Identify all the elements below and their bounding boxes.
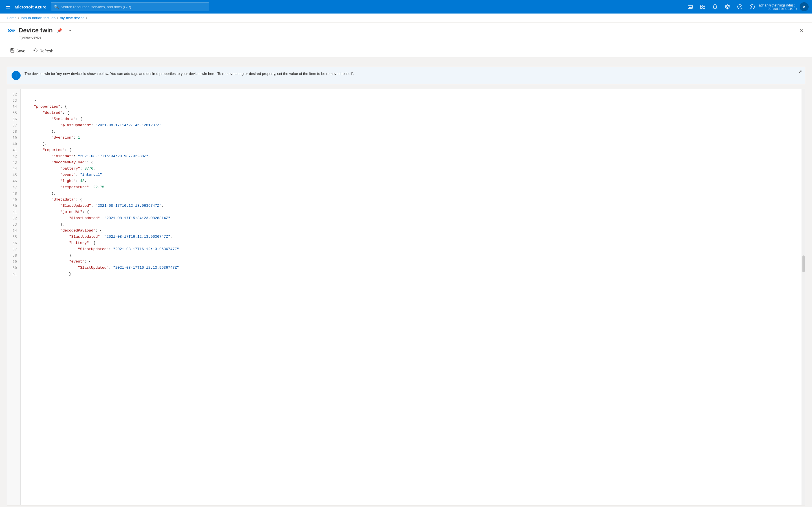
code-line: "decodedPayload": { <box>25 228 801 234</box>
svg-point-6 <box>726 6 728 8</box>
breadcrumb: Home › iothub-adrian-test-lab › my-new-d… <box>0 13 812 22</box>
user-profile[interactable]: adrian@thethingsindust... DEFAULT DIRECT… <box>759 2 809 11</box>
azure-logo: Microsoft Azure <box>15 4 47 9</box>
svg-rect-19 <box>11 51 14 52</box>
line-number: 37 <box>7 122 20 128</box>
svg-text:?: ? <box>739 5 741 9</box>
refresh-label: Refresh <box>40 49 53 53</box>
line-number: 40 <box>7 141 20 147</box>
line-number: 51 <box>7 209 20 215</box>
breadcrumb-sep-1: › <box>18 16 19 19</box>
toolbar: Save Refresh <box>0 44 812 58</box>
breadcrumb-sep-3: › <box>86 16 87 19</box>
help-icon[interactable]: ? <box>734 1 746 12</box>
save-button[interactable]: Save <box>7 47 29 55</box>
line-number: 45 <box>7 172 20 178</box>
line-number: 60 <box>7 265 20 271</box>
code-line: "$lastUpdated": "2021-08-17T15:34:23.082… <box>25 215 801 221</box>
refresh-icon <box>33 48 38 54</box>
code-line: "$lastUpdated": "2021-08-17T16:12:13.963… <box>25 203 801 209</box>
code-line: "event": { <box>25 259 801 265</box>
line-number: 43 <box>7 159 20 166</box>
search-icon: 🔍 <box>54 4 59 9</box>
page-subtitle: my-new-device <box>18 36 805 40</box>
settings-icon[interactable] <box>722 1 733 12</box>
code-line: "event": "interval", <box>25 172 801 178</box>
line-number: 36 <box>7 116 20 122</box>
breadcrumb-iothub[interactable]: iothub-adrian-test-lab <box>21 16 56 20</box>
line-number: 42 <box>7 153 20 159</box>
user-name-label: adrian@thethingsindust... <box>759 3 797 7</box>
code-line: "light": 48, <box>25 178 801 184</box>
page-header: Device twin 📌 ··· ✕ my-new-device <box>0 22 812 44</box>
info-banner: i The device twin for 'my-new-device' is… <box>7 67 805 84</box>
line-number: 53 <box>7 221 20 228</box>
more-icon[interactable]: ··· <box>66 27 72 34</box>
code-line: "$lastUpdated": "2021-08-17T16:12:13.963… <box>25 265 801 271</box>
top-bar-actions: ? adrian@thethingsindust... DEFAULT DIRE… <box>684 1 809 12</box>
code-line: "decodedPayload": { <box>25 159 801 166</box>
page-title: Device twin <box>18 27 53 34</box>
code-line: "properties": { <box>25 104 801 110</box>
breadcrumb-home[interactable]: Home <box>7 16 17 20</box>
cloud-shell-icon[interactable] <box>684 1 696 12</box>
search-bar[interactable]: 🔍 <box>51 2 209 11</box>
notifications-icon[interactable] <box>709 1 721 12</box>
scroll-thumb-vertical[interactable] <box>802 256 805 272</box>
code-line: "battery": 3776, <box>25 166 801 172</box>
spacer-top <box>0 58 812 62</box>
line-number: 57 <box>7 246 20 252</box>
pin-icon[interactable]: 📌 <box>56 27 63 34</box>
breadcrumb-device[interactable]: my-new-device <box>60 16 84 20</box>
line-number: 59 <box>7 259 20 265</box>
line-number: 39 <box>7 135 20 141</box>
line-number: 38 <box>7 128 20 135</box>
directory-icon[interactable] <box>697 1 708 12</box>
svg-rect-18 <box>11 48 13 50</box>
code-editor[interactable]: 3233343536373839404142434445464748495051… <box>7 89 805 506</box>
breadcrumb-sep-2: › <box>57 16 58 19</box>
feedback-icon[interactable] <box>747 1 758 12</box>
code-line: "$metadata": { <box>25 196 801 203</box>
code-line: "desired": { <box>25 110 801 116</box>
svg-point-15 <box>9 30 10 31</box>
line-number: 48 <box>7 190 20 196</box>
code-line: }, <box>25 128 801 135</box>
code-line: }, <box>25 98 801 104</box>
code-line: }, <box>25 141 801 147</box>
code-line: "$version": 1 <box>25 135 801 141</box>
line-number: 56 <box>7 240 20 246</box>
code-content[interactable]: } }, "properties": { "desired": { "$meta… <box>20 89 805 505</box>
svg-point-16 <box>12 30 13 31</box>
refresh-button[interactable]: Refresh <box>30 47 57 55</box>
search-input[interactable] <box>61 5 206 9</box>
code-line: "temperature": 22.75 <box>25 184 801 190</box>
hamburger-menu-icon[interactable]: ☰ <box>3 1 12 12</box>
line-number: 35 <box>7 110 20 116</box>
line-number: 58 <box>7 252 20 259</box>
line-number: 61 <box>7 271 20 277</box>
svg-point-11 <box>753 6 753 7</box>
close-button[interactable]: ✕ <box>798 26 805 35</box>
line-number: 49 <box>7 196 20 203</box>
code-line: } <box>25 271 801 277</box>
line-number: 32 <box>7 91 20 98</box>
user-avatar: A <box>800 2 809 11</box>
line-number: 33 <box>7 98 20 104</box>
code-line: "joinedAt": { <box>25 209 801 215</box>
code-line: "reported": { <box>25 147 801 153</box>
code-line: } <box>25 91 801 98</box>
code-line: "$lastUpdated": "2021-08-17T16:12:13.963… <box>25 234 801 240</box>
svg-point-9 <box>750 4 755 9</box>
svg-rect-4 <box>700 7 702 8</box>
line-number: 44 <box>7 166 20 172</box>
code-line: "$lastUpdated": "2021-08-17T14:27:45.126… <box>25 122 801 128</box>
svg-rect-0 <box>688 5 693 8</box>
vertical-scrollbar[interactable] <box>802 89 805 505</box>
code-line: }, <box>25 252 801 259</box>
code-line: }, <box>25 190 801 196</box>
line-number: 52 <box>7 215 20 221</box>
line-number: 41 <box>7 147 20 153</box>
banner-expand-icon[interactable]: ⤢ <box>799 69 802 74</box>
editor-scroll-area[interactable]: 3233343536373839404142434445464748495051… <box>7 89 805 505</box>
